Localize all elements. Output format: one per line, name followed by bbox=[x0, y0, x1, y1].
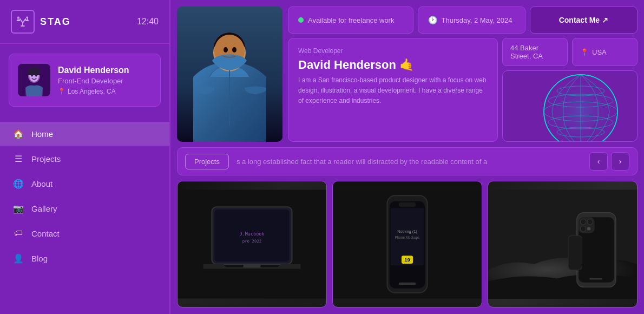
avatar-image bbox=[18, 64, 50, 96]
next-button[interactable]: › bbox=[611, 152, 629, 171]
info-panel: Available for freelance work 🕐 Thursday,… bbox=[288, 6, 638, 142]
main-content: Available for freelance work 🕐 Thursday,… bbox=[170, 0, 644, 314]
nav-label-home: Home bbox=[31, 129, 53, 139]
camera-icon: 📷 bbox=[13, 203, 24, 214]
logo-text: STAG bbox=[40, 16, 71, 28]
list-icon: ☰ bbox=[13, 153, 24, 164]
globe-icon: 🌐 bbox=[13, 178, 24, 189]
freelance-label: Available for freelance work bbox=[308, 16, 394, 24]
sidebar-logo: STAG bbox=[11, 10, 71, 34]
svg-text:19: 19 bbox=[404, 257, 410, 263]
nav-label-about: About bbox=[31, 179, 52, 188]
svg-point-46 bbox=[580, 226, 586, 232]
sidebar-item-gallery[interactable]: 📷 Gallery bbox=[0, 197, 169, 220]
device-3-svg bbox=[488, 181, 637, 307]
nav-label-projects: Projects bbox=[31, 154, 61, 163]
country-text: USA bbox=[592, 48, 607, 56]
country-item: 📍 USA bbox=[572, 38, 638, 66]
clock-icon: 🕐 bbox=[428, 16, 437, 24]
top-section: Available for freelance work 🕐 Thursday,… bbox=[177, 6, 638, 142]
bio-subtitle: Web Developer bbox=[298, 47, 488, 55]
svg-point-45 bbox=[587, 219, 593, 225]
location-text: Los Angeles, CA bbox=[68, 88, 116, 95]
sidebar-item-blog[interactable]: 👤 Blog bbox=[0, 246, 169, 270]
svg-point-13 bbox=[224, 47, 228, 53]
contact-label: Contact Me ↗ bbox=[559, 16, 608, 24]
svg-rect-51 bbox=[589, 278, 602, 279]
svg-rect-6 bbox=[28, 71, 40, 75]
bio-right: 44 Baker Street, CA 📍 USA bbox=[502, 38, 638, 142]
nav-arrows: ‹ › bbox=[589, 152, 637, 171]
portfolio-item-2[interactable]: 19 Nothing (1) Phone Mockups bbox=[332, 181, 482, 308]
date-text: Thursday, 2 May, 2024 bbox=[442, 16, 512, 24]
svg-text:D.Macbook: D.Macbook bbox=[240, 231, 265, 237]
sidebar-item-home[interactable]: 🏠 Home bbox=[0, 122, 169, 146]
svg-rect-39 bbox=[399, 283, 416, 285]
sidebar-item-about[interactable]: 🌐 About bbox=[0, 172, 169, 195]
freelance-status[interactable]: Available for freelance work bbox=[288, 6, 413, 34]
pin-icon: 📍 bbox=[580, 48, 589, 56]
svg-point-44 bbox=[580, 219, 586, 225]
nav-label-blog: Blog bbox=[31, 254, 48, 263]
home-icon: 🏠 bbox=[13, 128, 24, 139]
svg-text:Phone Mockups: Phone Mockups bbox=[395, 236, 419, 240]
svg-rect-29 bbox=[244, 264, 261, 267]
address-text: 44 Baker Street, CA bbox=[510, 44, 560, 60]
device-1-svg: D.Macbook pro 2022 bbox=[178, 181, 326, 307]
nav-label-gallery: Gallery bbox=[31, 204, 57, 213]
hero-image bbox=[177, 6, 282, 142]
bio-section: Web Developer David Henderson 🤙 I am a S… bbox=[288, 38, 638, 142]
bio-name: David Henderson 🤙 bbox=[298, 58, 488, 72]
nav-menu: 🏠 Home ☰ Projects 🌐 About 📷 Gallery 🏷 Co… bbox=[0, 116, 169, 276]
bio-text-panel: Web Developer David Henderson 🤙 I am a S… bbox=[288, 38, 498, 142]
projects-label[interactable]: Projects bbox=[185, 154, 229, 169]
profile-name: David Henderson bbox=[58, 66, 129, 75]
svg-point-14 bbox=[232, 47, 236, 53]
projects-bar: Projects s a long established fact that … bbox=[177, 147, 638, 175]
sidebar-time: 12:40 bbox=[137, 17, 159, 27]
location-bar: 44 Baker Street, CA 📍 USA bbox=[502, 38, 638, 66]
svg-rect-33 bbox=[399, 202, 416, 207]
profile-location: 📍 Los Angeles, CA bbox=[58, 88, 129, 95]
contact-button[interactable]: Contact Me ↗ bbox=[530, 6, 638, 34]
portfolio-item-3[interactable] bbox=[488, 181, 638, 308]
sidebar-item-contact[interactable]: 🏷 Contact bbox=[0, 221, 169, 245]
svg-rect-52 bbox=[568, 236, 582, 270]
location-pin-icon: 📍 bbox=[58, 88, 65, 95]
svg-text:pro 2022: pro 2022 bbox=[242, 239, 262, 244]
profile-info: David Henderson Front-End Developer 📍 Lo… bbox=[58, 66, 129, 95]
device-2-svg: 19 Nothing (1) Phone Mockups bbox=[333, 181, 482, 307]
profile-role: Front-End Developer bbox=[58, 77, 129, 85]
prev-button[interactable]: ‹ bbox=[589, 152, 608, 171]
avatar bbox=[18, 64, 50, 96]
stag-icon bbox=[15, 14, 30, 29]
sidebar: STAG 12:40 bbox=[0, 0, 170, 314]
projects-ticker: s a long established fact that a reader … bbox=[229, 158, 589, 166]
globe-container bbox=[502, 70, 638, 142]
nav-label-contact: Contact bbox=[31, 229, 60, 238]
profile-card: David Henderson Front-End Developer 📍 Lo… bbox=[9, 54, 161, 107]
blog-icon: 👤 bbox=[13, 253, 24, 264]
svg-text:Nothing (1): Nothing (1) bbox=[397, 229, 417, 234]
status-dot bbox=[298, 17, 304, 23]
svg-rect-50 bbox=[615, 233, 616, 245]
bio-description: I am a San francisco-based product desig… bbox=[298, 75, 488, 107]
logo-icon bbox=[11, 10, 35, 34]
sidebar-item-projects[interactable]: ☰ Projects bbox=[0, 147, 169, 171]
portfolio-grid: D.Macbook pro 2022 19 bbox=[177, 181, 638, 308]
sidebar-header: STAG 12:40 bbox=[0, 0, 169, 44]
portfolio-item-1[interactable]: D.Macbook pro 2022 bbox=[177, 181, 327, 308]
tag-icon: 🏷 bbox=[13, 228, 24, 239]
globe-svg bbox=[521, 71, 619, 141]
svg-point-47 bbox=[587, 227, 590, 230]
hero-person-svg bbox=[177, 6, 282, 142]
date-display: 🕐 Thursday, 2 May, 2024 bbox=[418, 6, 525, 34]
top-bar: Available for freelance work 🕐 Thursday,… bbox=[288, 6, 638, 34]
address-item: 44 Baker Street, CA bbox=[502, 38, 568, 66]
